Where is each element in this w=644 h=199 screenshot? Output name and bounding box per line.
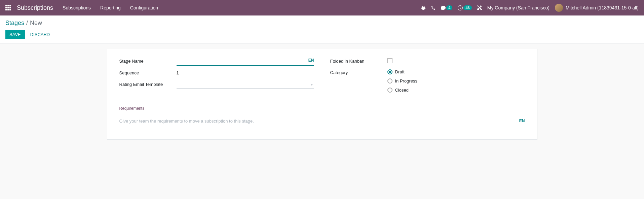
messages-icon[interactable]: 4 [441,5,452,10]
phone-icon[interactable] [431,6,435,10]
requirements-separator: Requirements [119,106,525,113]
category-option-progress[interactable]: In Progress [387,78,525,84]
dev-tools-icon[interactable] [477,5,482,10]
radio-label: Closed [395,88,409,93]
radio-label: Draft [395,69,405,74]
rating-template-label: Rating Email Template [119,80,177,87]
radio-label: In Progress [395,78,417,84]
sequence-input[interactable] [177,69,314,77]
radio-icon [387,78,392,84]
company-selector[interactable]: My Company (San Francisco) [487,5,550,10]
breadcrumb-parent[interactable]: Stages [5,20,24,27]
debug-icon[interactable] [421,5,426,10]
user-name: Mitchell Admin (11839431-15-0-all) [566,5,639,10]
nav-menu: Subscriptions Reporting Configuration [63,5,158,10]
stage-name-translate-button[interactable]: EN [308,58,314,63]
folded-label: Folded in Kanban [330,57,387,64]
folded-checkbox[interactable] [387,58,392,63]
requirements-input[interactable] [119,117,525,131]
activities-icon[interactable]: 46 [458,5,471,10]
form-right-column: Folded in Kanban Category Draft [330,57,525,96]
avatar [555,4,563,12]
app-brand[interactable]: Subscriptions [17,4,53,11]
requirements-translate-button[interactable]: EN [519,119,525,123]
save-button[interactable]: Save [5,30,25,39]
category-option-closed[interactable]: Closed [387,88,525,93]
category-option-draft[interactable]: Draft [387,69,525,74]
cp-buttons: Save Discard [5,30,639,39]
rating-template-input[interactable] [177,80,314,89]
breadcrumb: Stages / New [5,20,639,27]
form-left-column: Stage Name EN Sequence Rating Email Temp… [119,57,314,96]
nav-menu-reporting[interactable]: Reporting [100,5,121,10]
control-panel: Stages / New Save Discard [0,15,644,43]
nav-right: 4 46 My Company (San Francisco) Mitchell… [421,4,639,12]
category-label: Category [330,69,387,75]
messages-badge: 4 [446,5,452,10]
stage-name-input[interactable] [177,57,314,66]
discard-button[interactable]: Discard [26,30,54,39]
apps-icon[interactable] [5,4,12,11]
breadcrumb-sep: / [26,20,28,27]
radio-icon [387,69,392,74]
navbar: Subscriptions Subscriptions Reporting Co… [0,0,644,15]
nav-menu-configuration[interactable]: Configuration [130,5,158,10]
category-radio-group: Draft In Progress Closed [387,69,525,93]
activities-badge: 46 [463,5,471,10]
nav-menu-subscriptions[interactable]: Subscriptions [63,5,91,10]
stage-name-label: Stage Name [119,57,177,64]
radio-icon [387,88,392,93]
requirements-section-label: Requirements [119,106,525,113]
form-sheet: Stage Name EN Sequence Rating Email Temp… [107,49,537,140]
user-menu[interactable]: Mitchell Admin (11839431-15-0-all) [555,4,639,12]
sequence-label: Sequence [119,69,177,75]
breadcrumb-current: New [30,20,42,27]
